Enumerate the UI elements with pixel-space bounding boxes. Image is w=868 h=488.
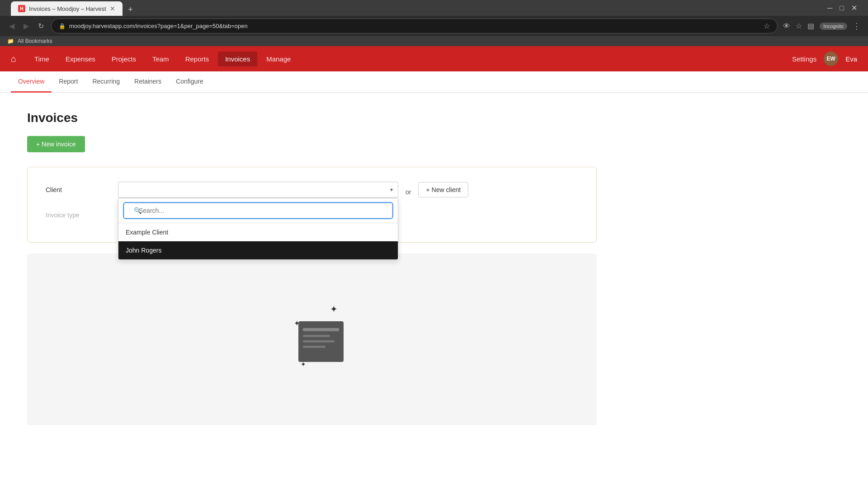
invoice-line-4 [303,346,326,348]
invoice-line-2 [303,335,330,337]
lock-icon: 🔒 [59,23,66,29]
sparkle-icon-1: ✦ [330,304,338,314]
nav-item-reports[interactable]: Reports [178,52,217,66]
nav-item-projects[interactable]: Projects [104,52,143,66]
menu-icon[interactable]: ⋮ [853,21,861,31]
bookmarks-bar: 📁 All Bookmarks [0,36,868,46]
app: ⌂ Time Expenses Projects Team Reports In… [0,46,868,443]
browser-chrome: H Invoices – Moodjoy – Harvest ✕ + ─ □ ✕… [0,0,868,46]
subnav-report[interactable]: Report [52,71,85,93]
client-row: Client Example Client John Rogers ▾ [46,182,578,198]
client-select-wrapper: Example Client John Rogers ▾ [118,182,398,198]
empty-state-illustration: ✦ ✦ ✦ [267,303,357,375]
sidebar-icon[interactable]: ▤ [807,22,814,30]
subnav-configure[interactable]: Configure [169,71,211,93]
star-icon-2[interactable]: ☆ [796,22,802,30]
tab-favicon: H [18,5,25,12]
tab-bar: H Invoices – Moodjoy – Harvest ✕ + ─ □ ✕ [0,0,868,16]
subnav-recurring[interactable]: Recurring [85,71,127,93]
new-client-button[interactable]: + New client [418,182,468,197]
sub-nav: Overview Report Recurring Retainers Conf… [0,71,868,93]
star-icon[interactable]: ☆ [764,22,770,30]
url-text: moodjoy.harvestapp.com/invoices?page=1&p… [69,23,760,29]
search-icon: 🔍 [134,207,142,214]
address-bar: ◀ ▶ ↻ 🔒 moodjoy.harvestapp.com/invoices?… [0,16,868,36]
client-search-input[interactable] [124,203,392,218]
page-title: Invoices [27,111,841,125]
client-select[interactable]: Example Client John Rogers [118,182,398,198]
or-divider: or [406,184,411,196]
nav-right: Settings EW Eva [792,52,857,66]
invoice-type-label: Invoice type [46,207,118,219]
avatar[interactable]: EW [824,52,838,66]
reload-btn[interactable]: ↻ [36,20,46,32]
client-label: Client [46,182,118,193]
subnav-retainers[interactable]: Retainers [127,71,169,93]
minimize-btn[interactable]: ─ [827,4,832,12]
client-dropdown-menu: 🔍 Example Client John Rogers [118,198,398,260]
main-content: Invoices + New invoice Client Example Cl… [0,93,868,443]
invoice-form-card: Client Example Client John Rogers ▾ [27,167,597,243]
user-name[interactable]: Eva [845,55,857,63]
nav-logo[interactable]: ⌂ [11,54,16,64]
nav-item-time[interactable]: Time [27,52,57,66]
nav-item-manage[interactable]: Manage [259,52,298,66]
nav-items: Time Expenses Projects Team Reports Invo… [27,52,792,66]
tab-close-btn[interactable]: ✕ [110,5,115,12]
active-tab[interactable]: H Invoices – Moodjoy – Harvest ✕ [11,1,123,16]
nav-item-invoices[interactable]: Invoices [218,52,257,66]
empty-state-area: ✦ ✦ ✦ [27,253,597,425]
close-window-btn[interactable]: ✕ [851,4,857,12]
restore-btn[interactable]: □ [840,4,844,12]
client-control-area: Example Client John Rogers ▾ 🔍 [118,182,468,198]
new-tab-btn[interactable]: + [124,3,137,16]
client-option-example[interactable]: Example Client [118,223,398,241]
eye-icon: 👁 [783,22,790,30]
nav-item-team[interactable]: Team [145,52,176,66]
new-invoice-button[interactable]: + New invoice [27,136,85,152]
settings-link[interactable]: Settings [792,55,816,63]
invoice-illustration-svg: ✦ ✦ ✦ [267,303,357,375]
url-bar[interactable]: 🔒 moodjoy.harvestapp.com/invoices?page=1… [51,19,778,33]
forward-btn[interactable]: ▶ [22,20,31,32]
top-nav: ⌂ Time Expenses Projects Team Reports In… [0,46,868,71]
browser-actions: 👁 ☆ ▤ Incognito ⋮ [783,21,861,31]
nav-item-expenses[interactable]: Expenses [58,52,103,66]
incognito-badge: Incognito [820,23,847,30]
subnav-overview[interactable]: Overview [11,71,52,93]
invoice-line-1 [303,328,339,331]
client-dropdown-container: Example Client John Rogers ▾ 🔍 [118,182,398,198]
bookmarks-label[interactable]: All Bookmarks [18,38,52,44]
invoice-line-3 [303,340,335,343]
back-btn[interactable]: ◀ [7,20,16,32]
tab-title: Invoices – Moodjoy – Harvest [29,5,106,12]
dropdown-search-area: 🔍 [118,198,398,223]
client-option-john[interactable]: John Rogers [118,241,398,259]
search-input-wrapper: 🔍 [124,203,392,218]
bookmarks-folder-icon: 📁 [7,38,14,44]
